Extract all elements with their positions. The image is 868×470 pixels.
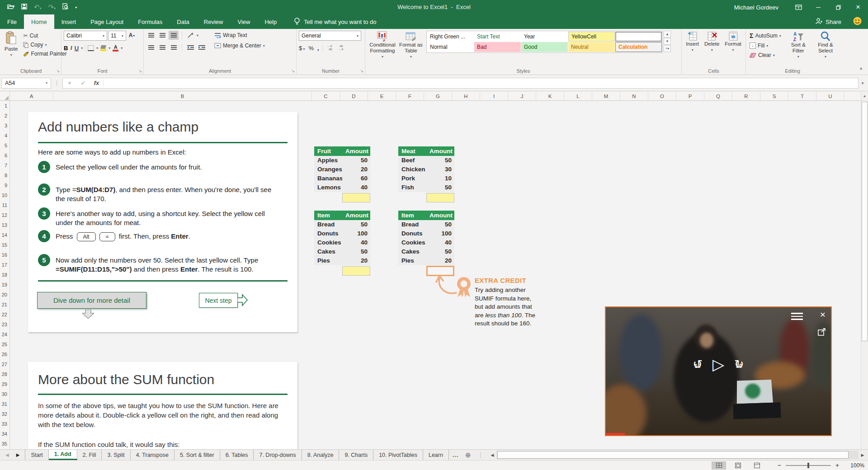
undo-icon[interactable]: ↶▾ — [34, 3, 42, 11]
row-header-29[interactable]: 29 — [0, 379, 9, 389]
increase-decimal-icon[interactable]: ←.0.00 — [327, 44, 335, 52]
row-header-5[interactable]: 5 — [0, 141, 9, 150]
column-header-D[interactable]: D — [340, 92, 368, 100]
row-header-11[interactable]: 11 — [0, 200, 9, 210]
row-header-23[interactable]: 23 — [0, 320, 9, 329]
tell-me-box[interactable]: Tell me what you want to do — [294, 14, 376, 29]
format-as-table-button[interactable]: Format as Table▾ — [397, 31, 425, 60]
ribbon-tab-formulas[interactable]: Formulas — [131, 14, 170, 29]
print-preview-icon[interactable] — [62, 3, 68, 11]
cell-style-blank[interactable] — [615, 32, 662, 42]
row-header-2[interactable]: 2 — [0, 111, 9, 121]
column-header-B[interactable]: B — [53, 92, 312, 100]
ribbon-tab-home[interactable]: Home — [24, 14, 54, 29]
row-header-1[interactable]: 1 — [0, 101, 9, 111]
row-header-31[interactable]: 31 — [0, 399, 9, 409]
orientation-icon[interactable] — [185, 31, 195, 40]
sheet-tab-7-drop-downs[interactable]: 7. Drop-downs — [254, 450, 302, 460]
customize-qat-icon[interactable]: ▾ — [75, 5, 77, 9]
sheet-tab-2-fill[interactable]: 2. Fill — [77, 450, 102, 460]
font-color-icon[interactable]: A — [113, 45, 118, 52]
conditional-formatting-button[interactable]: ≠ Conditional Formatting▾ — [368, 31, 397, 60]
column-header-K[interactable]: K — [536, 92, 564, 100]
name-box-splitter[interactable]: ⋮ — [54, 80, 60, 86]
column-header-F[interactable]: F — [396, 92, 424, 100]
sheet-tab-8-analyze[interactable]: 8. Analyze — [302, 450, 340, 460]
expand-formula-bar-icon[interactable]: ▾ — [859, 78, 867, 89]
collapse-ribbon-icon[interactable]: ＾ — [859, 66, 863, 73]
middle-align-icon[interactable] — [157, 31, 167, 40]
increase-indent-icon[interactable] — [197, 43, 207, 52]
currency-format-button[interactable]: $ ▾ — [299, 45, 305, 52]
percent-format-button[interactable]: % — [308, 45, 314, 52]
column-header-P[interactable]: P — [676, 92, 704, 100]
column-header-G[interactable]: G — [424, 92, 452, 100]
enter-icon[interactable]: ✓ — [76, 80, 90, 86]
row-header-27[interactable]: 27 — [0, 359, 9, 369]
sum-target-cell-yellow[interactable] — [426, 193, 454, 202]
column-header-U[interactable]: U — [816, 92, 844, 100]
ribbon-tab-data[interactable]: Data — [170, 14, 196, 29]
row-header-4[interactable]: 4 — [0, 131, 9, 141]
row-header-7[interactable]: 7 — [0, 160, 9, 170]
zoom-level[interactable]: 100% — [844, 462, 864, 469]
normal-view-icon[interactable] — [712, 461, 726, 470]
row-header-9[interactable]: 9 — [0, 180, 9, 190]
column-header-L[interactable]: L — [564, 92, 592, 100]
merge-center-button[interactable]: Merge & Center▾ — [213, 42, 266, 49]
next-sheet-icon[interactable]: ▶ — [16, 452, 20, 457]
find-select-button[interactable]: Find & Select▾ — [814, 31, 837, 66]
row-header-12[interactable]: 12 — [0, 210, 9, 220]
row-header-20[interactable]: 20 — [0, 290, 9, 300]
column-header-Q[interactable]: Q — [704, 92, 732, 100]
fill-color-icon[interactable] — [100, 45, 106, 51]
row-header-30[interactable]: 30 — [0, 389, 9, 399]
cell-style-calculation[interactable]: Calculation — [615, 42, 662, 52]
column-header-R[interactable]: R — [732, 92, 760, 100]
video-popout-icon[interactable] — [818, 328, 826, 338]
sheet-tab-learn[interactable]: Learn — [423, 450, 449, 460]
open-icon[interactable] — [7, 3, 14, 11]
italic-button[interactable]: I — [70, 44, 72, 52]
minimize-button[interactable]: ─ — [808, 0, 828, 14]
sum-target-cell-yellow[interactable] — [342, 266, 370, 276]
number-format-combo[interactable]: General▾ — [299, 31, 361, 41]
sheet-tab-3-split[interactable]: 3. Split — [102, 450, 130, 460]
cell-style-normal[interactable]: Normal — [427, 42, 474, 52]
decrease-indent-icon[interactable] — [185, 43, 195, 52]
sheet-tab-4-transpose[interactable]: 4. Transpose — [131, 450, 175, 460]
ribbon-display-options-icon[interactable] — [788, 0, 808, 14]
gallery-more-icon[interactable]: ≡▾ — [664, 45, 671, 52]
row-header-28[interactable]: 28 — [0, 369, 9, 379]
row-header-35[interactable]: 35 — [0, 439, 9, 449]
share-button[interactable]: Share — [815, 18, 841, 26]
row-header-16[interactable]: 16 — [0, 250, 9, 260]
column-header-S[interactable]: S — [760, 92, 788, 100]
new-sheet-icon[interactable]: ⊕ — [462, 450, 474, 460]
number-dialog-launcher[interactable]: ↘ — [360, 69, 363, 73]
row-header-24[interactable]: 24 — [0, 329, 9, 339]
row-header-33[interactable]: 33 — [0, 419, 9, 429]
sort-filter-button[interactable]: AZ Sort & Filter▾ — [787, 31, 810, 66]
scroll-up-icon[interactable]: ▲ — [861, 92, 868, 101]
ribbon-tab-help[interactable]: Help — [257, 14, 284, 29]
close-button[interactable]: × — [848, 0, 868, 14]
column-header-A[interactable]: A — [10, 92, 53, 100]
save-icon[interactable] — [21, 3, 27, 11]
comma-format-button[interactable]: , — [317, 45, 319, 52]
column-header-C[interactable]: C — [312, 92, 340, 100]
next-step-button[interactable]: Next step — [199, 293, 238, 308]
increase-font-size-button[interactable]: A▲ — [127, 31, 137, 40]
ribbon-tab-review[interactable]: Review — [197, 14, 231, 29]
row-header-25[interactable]: 25 — [0, 339, 9, 349]
dive-down-button[interactable]: Dive down for more detail — [37, 292, 146, 309]
column-header-J[interactable]: J — [508, 92, 536, 100]
ribbon-tab-page-layout[interactable]: Page Layout — [83, 14, 131, 29]
video-progress-bar[interactable] — [606, 433, 625, 435]
vertical-scrollbar[interactable]: ▲ — [861, 92, 868, 449]
column-header-T[interactable]: T — [788, 92, 816, 100]
page-layout-view-icon[interactable] — [731, 461, 745, 470]
autosum-button[interactable]: ΣAutoSum▾ — [748, 32, 783, 40]
format-cells-button[interactable]: Format▾ — [723, 31, 742, 66]
redo-icon[interactable]: ↷▾ — [48, 3, 56, 11]
